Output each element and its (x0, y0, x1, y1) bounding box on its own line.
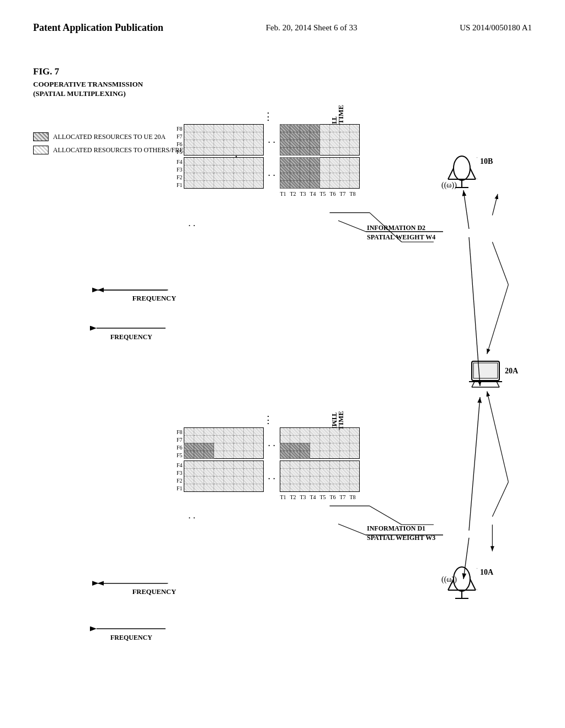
time-label-b-T5: T5 (318, 494, 328, 500)
table-row (184, 181, 263, 189)
table-row (184, 451, 263, 459)
table-row (184, 148, 263, 156)
table-row (280, 148, 360, 156)
fig-sublabel: COOPERATIVE TRANSMISSION (SPATIAL MULTIP… (33, 80, 143, 99)
time-label-T1: T1 (278, 191, 288, 197)
freq-labels-top-upper: F8 F7 F6 F5 (177, 125, 183, 156)
diagram-area: FIG. 7 COOPERATIVE TRANSMISSION (SPATIAL… (28, 61, 548, 706)
svg-text:FREQUENCY: FREQUENCY (132, 295, 177, 302)
table-row (280, 469, 360, 477)
top-grid-table-lower-1 (184, 157, 264, 189)
svg-line-60 (469, 397, 480, 531)
time-labels-bottom: T1 T2 T3 T4 T5 T6 T7 T8 (190, 494, 360, 500)
svg-line-25 (487, 392, 509, 482)
table-row (184, 436, 263, 443)
legend-box-light (33, 146, 49, 154)
table-row (280, 477, 360, 484)
bottom-grid-upper-1 (184, 427, 264, 459)
bottom-horiz-dots-upper: . . (268, 427, 276, 458)
time-label-b-T7: T7 (338, 494, 348, 500)
svg-line-39 (470, 579, 476, 590)
table-row (184, 428, 263, 436)
svg-line-53 (338, 221, 366, 232)
svg-line-47 (497, 382, 499, 387)
spatial-w3: SPATIAL WEIGHT W3 (367, 533, 435, 543)
table-row (280, 443, 360, 451)
time-label-b-T1: T1 (278, 494, 288, 500)
bottom-grid-lower-2 (280, 461, 360, 492)
antenna-10a (447, 563, 477, 603)
table-row (280, 158, 360, 165)
table-row (184, 125, 263, 132)
bottom-grid-upper: F8 F7 F6 F5 (177, 427, 360, 459)
time-label-T5: T5 (318, 191, 328, 197)
top-grid-upper: F8 F7 F6 F5 (177, 124, 360, 156)
table-row (184, 461, 263, 469)
table-row (280, 173, 360, 181)
time-label-b-T2: T2 (288, 494, 298, 500)
time-label-T8: T8 (348, 191, 358, 197)
header: Patent Application Publication Feb. 20, … (0, 22, 565, 34)
table-row (280, 484, 360, 492)
svg-point-37 (454, 567, 470, 591)
top-dots: ⋮ (177, 108, 360, 124)
svg-point-31 (454, 156, 470, 180)
top-grid-lower: F4 F3 F2 F1 (177, 157, 360, 189)
svg-text:. .: . . (188, 217, 195, 228)
fig-sublabel-line1: COOPERATIVE TRANSMISSION (33, 80, 143, 89)
time-label-bottom: TIME (337, 411, 345, 430)
antenna-icon-bottom (447, 563, 477, 601)
table-row (184, 158, 263, 165)
time-label-group-top: T1 T2 T3 T4 T5 T6 T7 T8 (278, 191, 358, 197)
time-label-T6: T6 (328, 191, 338, 197)
table-row (184, 484, 263, 492)
info-label-top: INFORMATION D2 SPATIAL WEIGHT W4 (367, 223, 435, 242)
publication-date-sheet: Feb. 20, 2014 Sheet 6 of 33 (266, 23, 358, 33)
table-row (184, 469, 263, 477)
bottom-grid-lower: F4 F3 F2 F1 (177, 461, 360, 493)
top-grid-table-upper-2 (280, 124, 360, 156)
fig-label: FIG. 7 (33, 66, 59, 77)
fig-sublabel-line2: (SPATIAL MULTIPLEXING) (33, 89, 143, 99)
table-row (280, 125, 360, 132)
time-label-b-T6: T6 (328, 494, 338, 500)
table-row (280, 140, 360, 148)
svg-line-19 (487, 285, 509, 354)
time-labels-top: T1 T2 T3 T4 T5 T6 T7 T8 (190, 191, 360, 197)
table-row (184, 165, 263, 173)
bottom-grid-upper-2 (280, 427, 360, 459)
table-row (280, 436, 360, 443)
table-row (184, 132, 263, 140)
label-20a: 20A (505, 367, 518, 376)
bottom-grid-area: ⋮ F8 F7 F6 F5 (177, 411, 360, 500)
svg-text:FREQUENCY: FREQUENCY (132, 588, 177, 596)
svg-line-24 (492, 482, 508, 517)
table-row (280, 181, 360, 189)
time-label-T2: T2 (288, 191, 298, 197)
time-label-b-T3: T3 (298, 494, 308, 500)
legend-box-dark (33, 132, 49, 141)
time-label-top: TIME (337, 105, 345, 124)
freq-text-top: FREQUENCY (110, 333, 152, 341)
table-row (184, 140, 263, 148)
time-label-T4: T4 (308, 191, 318, 197)
table-row (184, 173, 263, 181)
freq-text-bottom: FREQUENCY (110, 634, 152, 641)
top-horiz-dots-lower: . . (268, 157, 276, 188)
svg-line-55 (463, 190, 469, 229)
time-label-T3: T3 (298, 191, 308, 197)
spatial-w4: SPATIAL WEIGHT W4 (367, 233, 435, 242)
legend-text-1: ALLOCATED RESOURCES TO UE 20A (53, 133, 166, 141)
table-row (280, 451, 360, 459)
table-row (184, 477, 263, 484)
svg-rect-44 (473, 363, 498, 378)
svg-line-38 (448, 579, 454, 590)
label-10a: 10A (480, 568, 493, 577)
freq-labels-bottom-upper: F8 F7 F6 F5 (177, 429, 183, 459)
table-row (184, 443, 263, 451)
ue-device (469, 358, 502, 391)
time-label-b-T4: T4 (308, 494, 318, 500)
top-horiz-dots-upper: . . (268, 124, 276, 155)
publication-number: US 2014/0050180 A1 (460, 23, 532, 33)
svg-line-57 (338, 524, 366, 535)
